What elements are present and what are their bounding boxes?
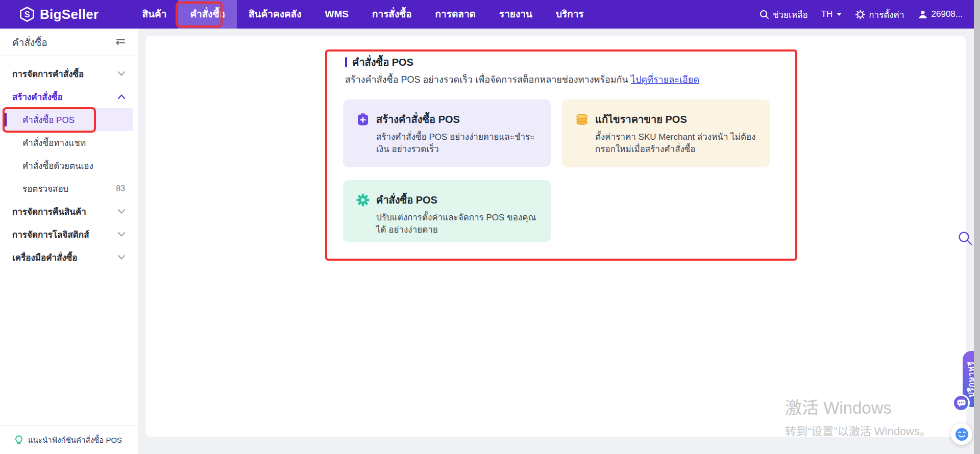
- chevron-up-icon: [118, 94, 125, 99]
- brand-name: BigSeller: [40, 7, 99, 22]
- app-window: S BigSeller สินค้า คำสั่งซื้อ สินค้าคงคล…: [0, 0, 980, 454]
- settings-label: การตั้งค่า: [869, 8, 904, 21]
- gear-icon: [855, 10, 865, 19]
- chevron-down-icon: [836, 12, 842, 16]
- settings-button[interactable]: การตั้งค่า: [855, 8, 904, 21]
- card-description: สร้างคำสั่งซื้อ POS อย่างง่ายดายและชำระเ…: [376, 131, 537, 156]
- pending-count-badge: 83: [116, 184, 125, 193]
- card-description: ปรับแต่งการตั้งค่าและจัดการ POS ของคุณได…: [376, 212, 537, 236]
- nav-item-marketing[interactable]: การตลาด: [424, 0, 487, 29]
- sidebar-item-label: การจัดการคืนสินค้า: [12, 205, 86, 218]
- language-selector[interactable]: TH: [821, 9, 843, 19]
- sidebar-header: คำสั่งซื้อ: [0, 29, 138, 56]
- footer-link-label: แนะนำฟังก์ชันคำสั่งซื้อ POS: [28, 434, 122, 446]
- sidebar: คำสั่งซื้อ การจัดการคำสั่งซื้อ สร้างคำสั…: [0, 29, 138, 454]
- sidebar-item-create-order[interactable]: สร้างคำสั่งซื้อ: [0, 85, 138, 108]
- sidebar-item-label: คำสั่งซื้อ POS: [22, 113, 75, 127]
- section-description: สร้างคำสั่งซื้อ POS อย่างรวดเร็ว เพื่อจั…: [345, 72, 699, 87]
- language-label: TH: [821, 9, 833, 19]
- sidebar-menu: การจัดการคำสั่งซื้อ สร้างคำสั่งซื้อ คำสั…: [0, 56, 138, 269]
- sidebar-item-manual-order[interactable]: คำสั่งซื้อด้วยตนเอง: [0, 154, 138, 177]
- card-title: คำสั่งซื้อ POS: [376, 192, 437, 208]
- sidebar-item-label: รอตรวจสอบ: [22, 182, 68, 195]
- section-accent-bar: [345, 57, 347, 67]
- sidebar-item-logistics-management[interactable]: การจัดการโลจิสติกส์: [0, 223, 138, 246]
- card-header: คำสั่งซื้อ POS: [356, 192, 537, 208]
- sidebar-item-order-management[interactable]: การจัดการคำสั่งซื้อ: [0, 62, 138, 85]
- sidebar-item-order-tools[interactable]: เครื่องมือคำสั่งซื้อ: [0, 246, 138, 269]
- sidebar-item-returns-management[interactable]: การจัดการคืนสินค้า: [0, 200, 138, 223]
- sidebar-item-label: สร้างคำสั่งซื้อ: [12, 90, 63, 104]
- sidebar-item-pos-order[interactable]: คำสั่งซื้อ POS: [0, 108, 133, 131]
- sidebar-item-label: เครื่องมือคำสั่งซื้อ: [12, 250, 78, 264]
- svg-text:S: S: [24, 10, 30, 19]
- nav-item-wms[interactable]: WMS: [313, 0, 360, 29]
- bigseller-logo[interactable]: S BigSeller: [19, 7, 99, 22]
- top-navbar: S BigSeller สินค้า คำสั่งซื้อ สินค้าคงคล…: [0, 0, 974, 29]
- sidebar-item-pending-review[interactable]: รอตรวจสอบ 83: [0, 177, 138, 200]
- smiley-face-icon[interactable]: [951, 423, 972, 445]
- card-header: แก้ไขราคาขาย POS: [575, 111, 756, 128]
- collapse-sidebar-icon[interactable]: [115, 37, 126, 47]
- see-details-link[interactable]: ไปดูที่รายละเอียด: [631, 74, 699, 85]
- card-title: สร้างคำสั่งซื้อ POS: [376, 111, 460, 128]
- gear-icon: [356, 193, 370, 207]
- card-description: ตั้งค่าราคา SKU Merchant ล่วงหน้า ไม่ต้อ…: [595, 131, 756, 156]
- sidebar-item-label: คำสั่งซื้อทางแชท: [22, 136, 86, 149]
- user-account[interactable]: 26908...: [918, 9, 963, 19]
- chevron-down-icon: [118, 255, 125, 260]
- chevron-down-icon: [118, 71, 125, 76]
- search-icon: [760, 10, 769, 19]
- clipboard-plus-icon: [356, 113, 370, 126]
- lightbulb-icon: [14, 435, 23, 445]
- nav-item-inventory[interactable]: สินค้าคงคลัง: [237, 0, 313, 29]
- card-pos-settings[interactable]: คำสั่งซื้อ POS ปรับแต่งการตั้งค่าและจัดก…: [343, 180, 551, 242]
- chevron-down-icon: [118, 209, 125, 214]
- navbar-right-cluster: ช่วยเหลือ TH: [760, 0, 963, 29]
- pos-feature-guide-link[interactable]: แนะนำฟังก์ชันคำสั่งซื้อ POS: [0, 425, 138, 454]
- nav-item-services[interactable]: บริการ: [544, 0, 596, 29]
- user-icon: [918, 9, 928, 19]
- main-menu: สินค้า คำสั่งซื้อ สินค้าคงคลัง WMS การสั…: [130, 0, 595, 29]
- card-edit-pos-price[interactable]: แก้ไขราคาขาย POS ตั้งค่าราคา SKU Merchan…: [562, 99, 770, 167]
- section-header: คำสั่งซื้อ POS: [345, 54, 413, 70]
- magnifier-icon[interactable]: [958, 231, 973, 246]
- vertical-scrollbar[interactable]: [974, 0, 980, 454]
- card-create-pos-order[interactable]: สร้างคำสั่งซื้อ POS สร้างคำสั่งซื้อ POS …: [343, 99, 551, 167]
- nav-item-reports[interactable]: รายงาน: [487, 0, 544, 29]
- card-header: สร้างคำสั่งซื้อ POS: [356, 111, 537, 128]
- help-label: ช่วยเหลือ: [773, 8, 808, 21]
- sidebar-item-label: คำสั่งซื้อด้วยตนเอง: [22, 159, 93, 172]
- help-button[interactable]: ช่วยเหลือ: [760, 8, 808, 21]
- card-title: แก้ไขราคาขาย POS: [595, 111, 687, 128]
- sidebar-title: คำสั่งซื้อ: [12, 35, 47, 50]
- page-title: คำสั่งซื้อ POS: [352, 54, 413, 70]
- bigseller-hexagon-icon: S: [19, 7, 35, 22]
- coins-icon: [575, 113, 589, 126]
- main-content-panel: [145, 36, 966, 437]
- chat-bubble-icon[interactable]: [952, 394, 970, 412]
- nav-item-purchasing[interactable]: การสั่งซื้อ: [360, 0, 424, 29]
- nav-item-products[interactable]: สินค้า: [130, 0, 178, 29]
- sidebar-item-label: การจัดการคำสั่งซื้อ: [12, 67, 84, 81]
- sidebar-item-chat-order[interactable]: คำสั่งซื้อทางแชท: [0, 131, 138, 154]
- chevron-down-icon: [118, 232, 125, 237]
- nav-item-orders[interactable]: คำสั่งซื้อ: [178, 0, 237, 29]
- section-description-text: สร้างคำสั่งซื้อ POS อย่างรวดเร็ว เพื่อจั…: [345, 74, 628, 85]
- sidebar-item-label: การจัดการโลจิสติกส์: [12, 228, 89, 241]
- user-id-label: 26908...: [932, 9, 963, 19]
